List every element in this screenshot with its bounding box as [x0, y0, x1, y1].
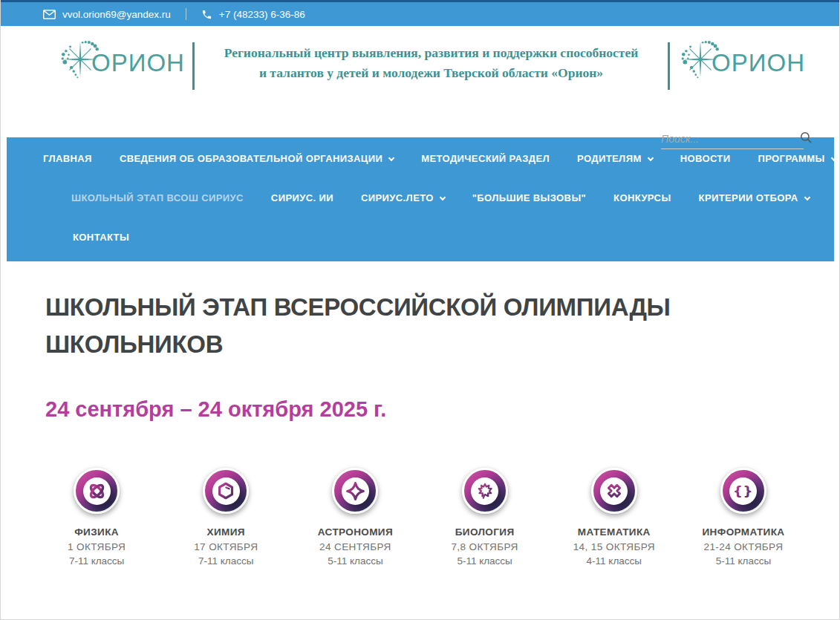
subject-card: АСТРОНОМИЯ24 СЕНТЯБРЯ5-11 классы	[290, 468, 420, 567]
header-divider-left	[192, 42, 195, 90]
site-title-line2: и талантов у детей и молодежи Тверской о…	[199, 63, 663, 83]
subject-card: ФИЗИКА1 ОКТЯБРЯ7-11 классы	[32, 468, 161, 567]
subject-badge[interactable]	[74, 468, 120, 514]
logo-text: ОРИОН	[712, 49, 805, 77]
subject-badge[interactable]	[462, 468, 508, 514]
svg-text:{}: {}	[733, 483, 753, 499]
atom-icon	[83, 477, 111, 505]
logo-orion-right[interactable]: ОРИОН	[677, 36, 805, 82]
nav-item[interactable]: ПРОГРАММЫ	[758, 153, 836, 164]
logo-orion-left[interactable]: ОРИОН	[57, 36, 185, 82]
email-icon	[43, 10, 56, 19]
subject-name: ИНФОРМАТИКА	[679, 526, 808, 538]
braces-icon: {}	[729, 477, 757, 505]
nav-item[interactable]: ШКОЛЬНЫЙ ЭТАП ВСОШ СИРИУС	[71, 192, 244, 203]
main-content: ШКОЛЬНЫЙ ЭТАП ВСЕРОССИЙСКОЙ ОЛИМПИАДЫ ШК…	[1, 289, 839, 567]
search-input[interactable]	[661, 133, 795, 145]
nav-item[interactable]: КРИТЕРИИ ОТБОРА	[699, 192, 810, 203]
subject-name: МАТЕМАТИКА	[550, 526, 679, 538]
nav-item[interactable]: СИРИУС.ЛЕТО	[361, 192, 445, 203]
header: ОРИОН Региональный центр выявления, разв…	[1, 26, 839, 137]
subject-name: БИОЛОГИЯ	[420, 526, 550, 538]
subject-name: ФИЗИКА	[32, 526, 161, 538]
subject-card: БИОЛОГИЯ7,8 ОКТЯБРЯ5-11 классы	[420, 468, 550, 567]
topbar-divider	[186, 8, 186, 20]
site-title: Региональный центр выявления, развития и…	[199, 36, 663, 83]
multiply-icon	[600, 477, 628, 505]
subject-date: 14, 15 ОКТЯБРЯ	[550, 541, 679, 552]
phone-icon	[201, 9, 212, 20]
nav-row: ШКОЛЬНЫЙ ЭТАП ВСОШ СИРИУССИРИУС. ИИСИРИУ…	[7, 178, 834, 218]
nav-item[interactable]: КОНКУРСЫ	[613, 192, 671, 203]
subject-grades: 7-11 классы	[32, 555, 161, 567]
topbar: vvol.orion69@yandex.ru +7 (48233) 6-36-8…	[1, 0, 839, 26]
search-button[interactable]	[795, 130, 814, 147]
subject-date: 17 ОКТЯБРЯ	[161, 541, 290, 552]
chevron-down-icon	[388, 155, 394, 161]
search-box	[661, 128, 804, 149]
email-text: vvol.orion69@yandex.ru	[62, 9, 171, 20]
subject-card: МАТЕМАТИКА14, 15 ОКТЯБРЯ4-11 классы	[550, 468, 679, 567]
nav-item[interactable]: МЕТОДИЧЕСКИЙ РАЗДЕЛ	[421, 153, 550, 164]
hexagon-icon	[212, 477, 240, 505]
subject-badge[interactable]	[203, 468, 249, 514]
subject-grades: 5-11 классы	[420, 555, 550, 567]
subject-date: 21-24 ОКТЯБРЯ	[679, 541, 808, 552]
subject-badge[interactable]	[332, 468, 378, 514]
subject-name: АСТРОНОМИЯ	[290, 526, 420, 538]
subject-name: ХИМИЯ	[161, 526, 290, 538]
nav-item[interactable]: "БОЛЬШИЕ ВЫЗОВЫ"	[472, 192, 586, 203]
subject-grades: 5-11 классы	[679, 555, 808, 567]
chevron-down-icon	[830, 155, 836, 161]
search-icon	[800, 135, 813, 146]
nav-row: КОНТАКТЫ	[7, 218, 834, 257]
header-divider-right	[668, 42, 670, 90]
subject-date: 24 СЕНТЯБРЯ	[290, 541, 420, 552]
site-title-line1: Региональный центр выявления, развития и…	[199, 43, 663, 63]
subject-grades: 4-11 классы	[550, 555, 679, 567]
subject-grades: 7-11 классы	[161, 555, 290, 567]
page: vvol.orion69@yandex.ru +7 (48233) 6-36-8…	[0, 0, 840, 620]
main-nav: ГЛАВНАЯСВЕДЕНИЯ ОБ ОБРАЗОВАТЕЛЬНОЙ ОРГАН…	[7, 137, 834, 261]
nav-item[interactable]: РОДИТЕЛЯМ	[577, 153, 653, 164]
subject-badge[interactable]	[591, 468, 637, 514]
subject-grades: 5-11 классы	[290, 555, 420, 567]
chevron-down-icon	[804, 195, 810, 200]
nav-item[interactable]: ГЛАВНАЯ	[43, 153, 92, 164]
subject-card: ХИМИЯ17 ОКТЯБРЯ7-11 классы	[161, 468, 290, 567]
nav-item[interactable]: КОНТАКТЫ	[73, 232, 129, 243]
subject-date: 7,8 ОКТЯБРЯ	[420, 541, 550, 552]
page-title: ШКОЛЬНЫЙ ЭТАП ВСЕРОССИЙСКОЙ ОЛИМПИАДЫ ШК…	[45, 289, 747, 363]
subject-badge[interactable]: {}	[720, 468, 766, 514]
logo-text: ОРИОН	[91, 49, 185, 77]
nav-item[interactable]: СИРИУС. ИИ	[271, 192, 333, 203]
date-range: 24 сентября – 24 октября 2025 г.	[45, 397, 795, 422]
subjects-grid: ФИЗИКА1 ОКТЯБРЯ7-11 классыХИМИЯ17 ОКТЯБР…	[32, 468, 808, 567]
chevron-down-icon	[647, 155, 653, 161]
leaf-icon	[471, 477, 498, 505]
subject-date: 1 ОКТЯБРЯ	[32, 541, 161, 552]
subject-card: {}ИНФОРМАТИКА21-24 ОКТЯБРЯ5-11 классы	[679, 468, 808, 567]
chevron-down-icon	[440, 195, 446, 200]
nav-item[interactable]: НОВОСТИ	[680, 153, 731, 164]
star-icon	[342, 477, 369, 505]
email-link[interactable]: vvol.orion69@yandex.ru	[43, 9, 171, 20]
nav-item[interactable]: СВЕДЕНИЯ ОБ ОБРАЗОВАТЕЛЬНОЙ ОРГАНИЗАЦИИ	[120, 153, 394, 164]
phone-link[interactable]: +7 (48233) 6-36-86	[201, 9, 305, 20]
phone-text: +7 (48233) 6-36-86	[219, 9, 305, 20]
